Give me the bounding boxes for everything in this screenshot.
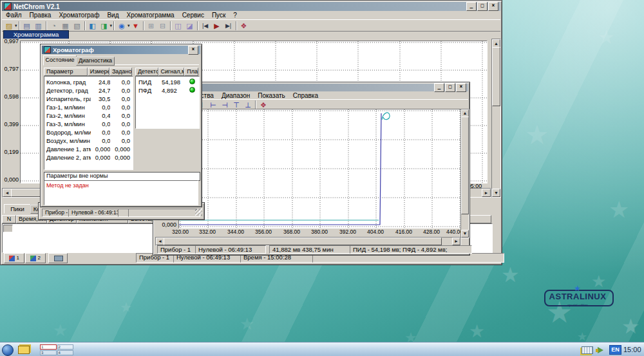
param-row[interactable]: Газ-3, мл/мин0,00,0 [44,120,133,128]
preview-icon[interactable]: ◔ [48,21,60,30]
dropdown-arrow-icon[interactable]: ▾ [110,23,113,28]
param-row[interactable]: Колонка, град24,80,0 [44,78,133,86]
chromatogram-icon[interactable]: ◨ [99,21,110,30]
workspace-3[interactable]: 3 [40,350,57,355]
dialog-titlebar[interactable]: Хроматограф × [42,46,200,54]
scroll-right-icon[interactable]: ► [482,189,491,197]
workspace-1[interactable]: 1 [40,344,57,350]
scroll-thumb[interactable] [492,47,500,106]
help-book-icon[interactable]: ❖ [258,100,269,109]
filter-icon[interactable]: ▼ [130,21,142,30]
scroll-left-icon[interactable]: ◄ [3,189,12,197]
param-row[interactable]: Испаритель, град30,50,0 [44,95,133,103]
menu-start[interactable]: Пуск [208,11,229,19]
menu-show[interactable]: Показать [254,91,289,100]
integrate-icon[interactable]: ◫ [173,21,184,30]
param-row[interactable]: Воздух, мл/мин0,00,0 [44,136,133,145]
keyboard-icon[interactable] [582,346,593,354]
close-button[interactable]: × [488,2,498,11]
grid-icon[interactable]: ⊞ [146,21,157,30]
maximize-button[interactable]: □ [477,2,488,11]
resize-grip[interactable] [195,209,202,216]
menu-file[interactable]: Файл [2,11,26,19]
instrument-1-button[interactable]: 1 [4,253,24,263]
clock[interactable]: 15:00 [623,345,641,354]
tab-state[interactable]: Состояние [43,55,77,66]
help-book-icon[interactable]: ❖ [238,21,250,30]
chromatogram-hscrollbar[interactable]: ◄ ► [155,237,461,246]
menu-help[interactable]: ? [229,11,241,19]
col-flame[interactable]: Пла... [184,68,198,76]
language-indicator[interactable]: EN [609,345,621,355]
param-row[interactable]: Детектор, град24,70,0 [44,86,133,95]
open-file-icon[interactable]: ▨ [3,21,15,30]
toolbar-separator [255,100,256,109]
chromatogram-vscrollbar[interactable]: ▲ ▼ [460,109,469,238]
close-button[interactable]: × [456,83,466,92]
param-row[interactable]: Газ-2, мл/мин0,40,0 [44,111,133,120]
col-detector[interactable]: Детектор [135,68,158,76]
param-row[interactable]: Давление 1, атм0,0000,000 [44,145,133,153]
print-icon[interactable]: ▦ [60,21,71,30]
col-n[interactable]: N [2,215,16,223]
detector-row[interactable]: ПФД 4,892 [136,86,199,95]
scroll-right-icon[interactable]: ► [452,238,460,245]
close-icon[interactable]: × [188,46,198,55]
menu-edit[interactable]: Правка [26,11,55,19]
scroll-thumb[interactable] [164,238,442,245]
scroll-down-icon[interactable]: ▼ [461,230,469,238]
main-window-titlebar[interactable]: NetChrom V2.1 _ □ × [2,2,500,11]
param-row[interactable]: Давление 2, атм0,0000,000 [44,153,133,162]
row-selector-stub[interactable] [3,225,13,232]
scroll-thumb[interactable] [461,117,469,214]
scroll-down-icon[interactable]: ▼ [492,189,500,197]
dropdown-arrow-icon[interactable]: ▾ [15,23,17,28]
col-parameter[interactable]: Параметр [44,68,88,76]
start-button[interactable] [2,344,14,356]
menu-chromatograph[interactable]: Хроматограф [55,11,103,19]
network-icon[interactable]: ◉ [116,21,128,30]
menu-help[interactable]: Справка [289,91,322,100]
calibrate-icon[interactable]: ◪ [184,21,196,30]
detector-row[interactable]: ПИД 54,198 [136,78,199,86]
paste-icon[interactable]: ▥ [33,21,44,30]
page-setup-icon[interactable]: ▧ [71,21,83,30]
min-scale-icon[interactable]: ⊥ [242,100,254,109]
maximize-button[interactable]: □ [445,83,455,92]
go-last-icon[interactable]: ▶| [223,21,234,30]
menu-service[interactable]: Сервис [178,11,208,19]
col-measured[interactable]: Измере... [88,68,109,76]
start-icon[interactable]: ▶ [211,21,223,30]
col-setpoint[interactable]: Задано [109,68,132,76]
instrument-2-button[interactable]: 2 [25,253,46,263]
param-table-body[interactable]: Колонка, град24,80,0 Детектор, град24,70… [44,76,133,170]
instrument-2-icon [30,256,36,261]
param-row[interactable]: Водород, мл/мин0,00,0 [44,128,133,136]
menu-chromatogram[interactable]: Хроматограмма [123,11,178,19]
tab-peaks[interactable]: Пики [4,204,31,214]
chromatogram-x-axis: 320.00 332.00 344.00 356.00 368.00 380.0… [178,229,460,236]
workspace-4[interactable]: 4 [57,350,74,355]
menu-view[interactable]: Вид [103,11,122,19]
folders-icon[interactable] [18,346,30,354]
chromatogram-plot[interactable] [178,109,461,229]
max-scale-icon[interactable]: ⊤ [231,100,242,109]
shift-left-icon[interactable]: ⊣ [219,100,231,109]
minimize-button[interactable]: _ [434,83,444,92]
shift-right-icon[interactable]: ⊢ [207,100,219,109]
volume-icon[interactable] [598,347,603,353]
print-report-button[interactable] [48,253,68,263]
minimize-button[interactable]: _ [466,2,477,11]
col-signal[interactable]: Сигнал,мв [158,68,185,76]
y-tick-label: 0,797 [2,66,19,72]
detector-table-body[interactable]: ПИД 54,198 ПФД 4,892 [135,76,200,129]
menu-range[interactable]: Диапазон [218,91,254,100]
workspace-2[interactable]: 2 [57,344,74,350]
report-icon[interactable]: ⊟ [157,21,169,30]
go-first-icon[interactable]: |◀ [200,21,211,30]
chromatograph-icon[interactable]: ◧ [87,21,99,30]
param-row[interactable]: Газ-1, мл/мин0,00,0 [44,103,133,111]
copy-icon[interactable]: ▤ [21,21,33,30]
tab-diagnostics[interactable]: Диагностика [76,57,115,66]
main-vscrollbar[interactable]: ▲ ▼ [491,39,501,198]
